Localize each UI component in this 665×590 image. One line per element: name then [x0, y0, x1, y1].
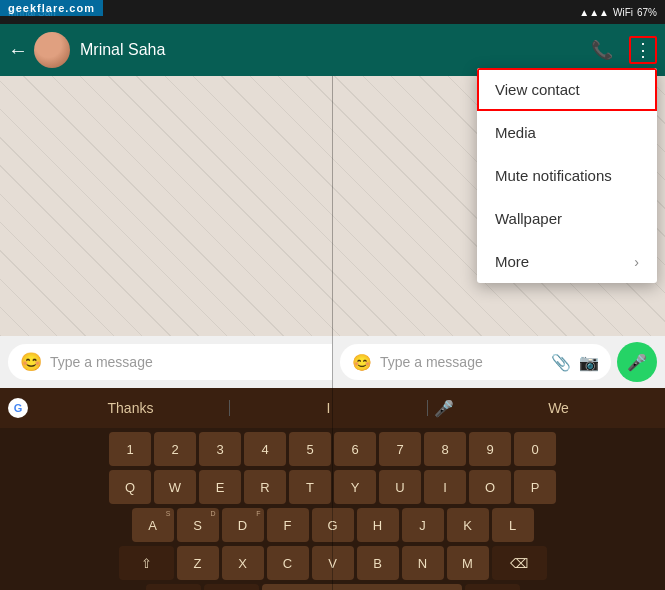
key-7[interactable]: 7	[379, 432, 421, 466]
wifi-icon: WiFi	[613, 7, 633, 18]
key-c[interactable]: C	[267, 546, 309, 580]
signal-icon: ▲▲▲	[579, 7, 609, 18]
phone-icon[interactable]: 📞	[591, 39, 613, 61]
key-y[interactable]: Y	[334, 470, 376, 504]
watermark-logo: geekflare.com	[0, 0, 103, 16]
key-x[interactable]: X	[222, 546, 264, 580]
dropdown-item-media[interactable]: Media	[477, 111, 657, 154]
status-bar-right: ▲▲▲ WiFi 67%	[579, 7, 657, 18]
key-w[interactable]: W	[154, 470, 196, 504]
suggestion-thanks[interactable]: Thanks	[32, 400, 230, 416]
more-chevron-icon: ›	[634, 254, 639, 270]
battery-icon: 67%	[637, 7, 657, 18]
key-u[interactable]: U	[379, 470, 421, 504]
key-m[interactable]: M	[447, 546, 489, 580]
key-4[interactable]: 4	[244, 432, 286, 466]
emoji-icon-right[interactable]: 😊	[352, 353, 372, 372]
key-o[interactable]: O	[469, 470, 511, 504]
key-9[interactable]: 9	[469, 432, 511, 466]
message-input-box-right[interactable]: 😊 Type a message 📎 📷	[340, 344, 611, 380]
message-input-area-right: 😊 Type a message 📎 📷 🎤	[332, 336, 665, 388]
google-logo: G	[8, 398, 28, 418]
key-0[interactable]: 0	[514, 432, 556, 466]
key-5[interactable]: 5	[289, 432, 331, 466]
dropdown-item-mute[interactable]: Mute notifications	[477, 154, 657, 197]
dropdown-item-wallpaper[interactable]: Wallpaper	[477, 197, 657, 240]
key-t[interactable]: T	[289, 470, 331, 504]
key-l[interactable]: L	[492, 508, 534, 542]
message-placeholder-right[interactable]: Type a message	[380, 354, 543, 370]
split-line	[332, 76, 333, 590]
suggestion-i[interactable]: I	[230, 400, 428, 416]
suggestion-we[interactable]: We	[460, 400, 657, 416]
emoji-icon[interactable]: 😊	[20, 351, 42, 373]
key-k[interactable]: K	[447, 508, 489, 542]
key-h[interactable]: H	[357, 508, 399, 542]
camera-icon-right[interactable]: 📷	[579, 353, 599, 372]
numbers-key[interactable]: ?123	[204, 584, 259, 590]
key-2[interactable]: 2	[154, 432, 196, 466]
key-p[interactable]: P	[514, 470, 556, 504]
key-s[interactable]: SD	[177, 508, 219, 542]
key-z[interactable]: Z	[177, 546, 219, 580]
header-icons: 📞 ⋮	[591, 36, 657, 64]
key-r[interactable]: R	[244, 470, 286, 504]
more-options-icon[interactable]: ⋮	[629, 36, 657, 64]
suggestion-mic-icon[interactable]: 🎤	[428, 399, 460, 418]
key-n[interactable]: N	[402, 546, 444, 580]
key-e[interactable]: E	[199, 470, 241, 504]
dropdown-menu: View contact Media Mute notifications Wa…	[477, 68, 657, 283]
key-q[interactable]: Q	[109, 470, 151, 504]
contact-name[interactable]: Mrinal Saha	[80, 41, 591, 59]
key-b[interactable]: B	[357, 546, 399, 580]
key-8[interactable]: 8	[424, 432, 466, 466]
dropdown-item-view-contact[interactable]: View contact	[477, 68, 657, 111]
key-i[interactable]: I	[424, 470, 466, 504]
key-1[interactable]: 1	[109, 432, 151, 466]
key-d[interactable]: DF	[222, 508, 264, 542]
key-j[interactable]: J	[402, 508, 444, 542]
back-arrow-icon[interactable]: ←	[8, 39, 28, 62]
enter-key[interactable]: ↵	[465, 584, 520, 590]
space-key[interactable]	[262, 584, 462, 590]
key-f[interactable]: F	[267, 508, 309, 542]
attach-icon-right[interactable]: 📎	[551, 353, 571, 372]
contact-avatar[interactable]	[34, 32, 70, 68]
shift-key[interactable]: ⇧	[119, 546, 174, 580]
key-3[interactable]: 3	[199, 432, 241, 466]
key-6[interactable]: 6	[334, 432, 376, 466]
dropdown-item-more[interactable]: More ›	[477, 240, 657, 283]
delete-key[interactable]: ⌫	[492, 546, 547, 580]
mic-button-right[interactable]: 🎤	[617, 342, 657, 382]
key-a[interactable]: AS	[132, 508, 174, 542]
emoji-key[interactable]: 😊	[146, 584, 201, 590]
